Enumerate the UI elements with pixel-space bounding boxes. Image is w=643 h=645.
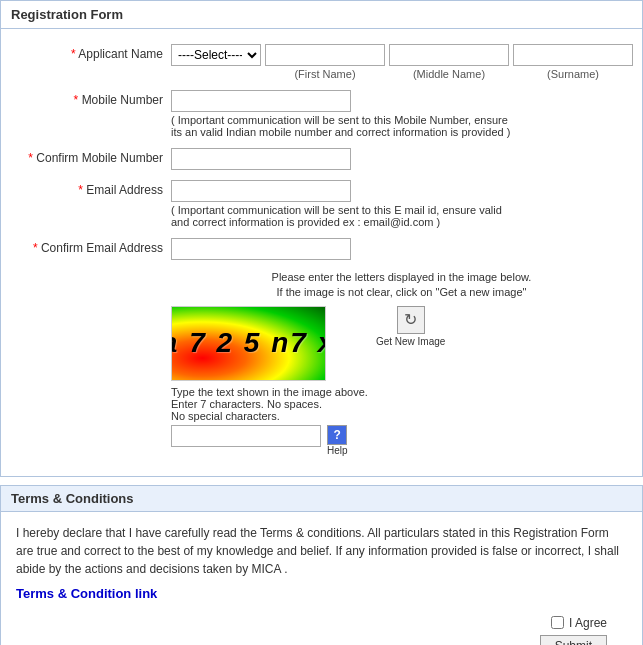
name-inputs-row: ----Select---- Mr. Mrs. Ms. Dr. [171,44,633,66]
captcha-section: Please enter the letters displayed in th… [171,270,632,456]
terms-section: Terms & Conditions I hereby declare that… [0,485,643,645]
title-select[interactable]: ----Select---- Mr. Mrs. Ms. Dr. [171,44,261,66]
captcha-image-container: a 7 2 5 n7 x Type the text shown in the … [171,306,368,456]
confirm-email-controls [171,238,351,260]
middle-name-label: (Middle Name) [389,68,509,80]
agree-label: I Agree [569,616,607,630]
captcha-help-row: ? Help [171,425,368,456]
confirm-email-row: * Confirm Email Address [11,238,632,260]
captcha-input[interactable] [171,425,321,447]
required-star: * [71,47,76,61]
help-column: ? Help [327,425,348,456]
captcha-instruction: Please enter the letters displayed in th… [171,270,632,301]
terms-section-body: I hereby declare that I have carefully r… [0,512,643,645]
confirm-mobile-controls [171,148,351,170]
captcha-image: a 7 2 5 n7 x [171,306,326,381]
submit-button[interactable]: Submit [540,635,607,645]
name-field-labels: (First Name) (Middle Name) (Surname) [265,68,633,80]
get-new-image-label: Get New Image [376,336,445,347]
email-info-text: ( Important communication will be sent t… [171,204,521,228]
captcha-gradient-bg: a 7 2 5 n7 x [172,307,325,380]
help-label: Help [327,445,348,456]
confirm-mobile-row: * Confirm Mobile Number [11,148,632,170]
captcha-sub-text: Type the text shown in the image above. … [171,386,368,422]
page-title: Registration Form [1,1,642,29]
captcha-refresh[interactable]: ↻ Get New Image [376,306,445,347]
captcha-input-area: Type the text shown in the image above. … [171,386,368,456]
captcha-display-text: a 7 2 5 n7 x [171,327,326,359]
agree-checkbox[interactable] [551,616,564,629]
email-label: * Email Address [11,180,171,197]
email-row: * Email Address ( Important communicatio… [11,180,632,228]
refresh-icon[interactable]: ↻ [397,306,425,334]
email-controls: ( Important communication will be sent t… [171,180,521,228]
captcha-image-area: a 7 2 5 n7 x Type the text shown in the … [171,306,632,456]
applicant-name-row: * Applicant Name ----Select---- Mr. Mrs.… [11,44,632,80]
help-button[interactable]: ? [327,425,347,445]
confirm-mobile-label: * Confirm Mobile Number [11,148,171,165]
confirm-mobile-input[interactable] [171,148,351,170]
confirm-email-label: * Confirm Email Address [11,238,171,255]
surname-input[interactable] [513,44,633,66]
terms-section-header: Terms & Conditions [0,485,643,512]
submit-row: Submit [16,635,627,645]
middle-name-input[interactable] [389,44,509,66]
mobile-label: * Mobile Number [11,90,171,107]
name-fields [265,44,633,66]
mobile-input[interactable] [171,90,351,112]
applicant-name-label: * Applicant Name [11,44,171,61]
terms-condition-link[interactable]: Terms & Condition link [16,586,157,601]
first-name-label: (First Name) [265,68,385,80]
mobile-row: * Mobile Number ( Important communicatio… [11,90,632,138]
agree-row: I Agree [16,616,627,630]
email-input[interactable] [171,180,351,202]
mobile-info-text: ( Important communication will be sent t… [171,114,521,138]
mobile-controls: ( Important communication will be sent t… [171,90,521,138]
applicant-name-controls: ----Select---- Mr. Mrs. Ms. Dr. (First N… [171,44,633,80]
surname-label: (Surname) [513,68,633,80]
confirm-email-input[interactable] [171,238,351,260]
terms-text: I hereby declare that I have carefully r… [16,524,627,578]
first-name-input[interactable] [265,44,385,66]
